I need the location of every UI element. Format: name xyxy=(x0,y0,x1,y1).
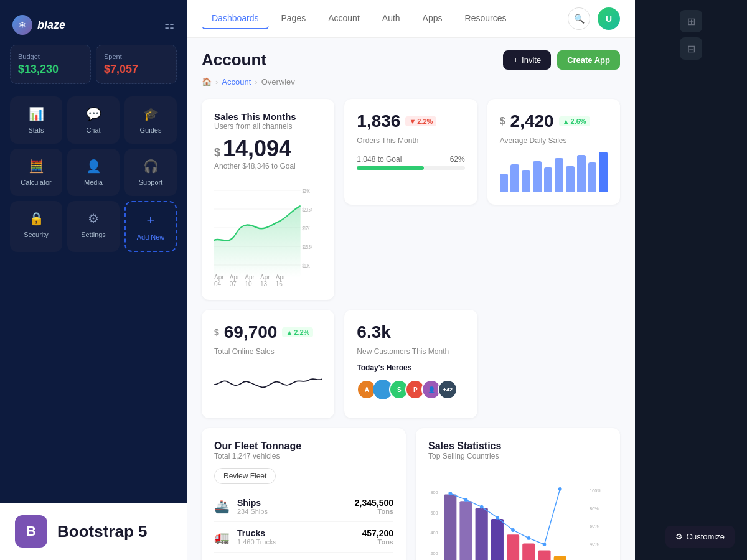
create-app-button[interactable]: Create App xyxy=(557,50,620,70)
fleet-subtitle: Total 1,247 vehicles xyxy=(214,452,393,460)
daily-sales-value: 2,420 xyxy=(510,111,554,131)
search-button[interactable]: 🔍 xyxy=(568,7,590,30)
budget-card: Budget $13,230 xyxy=(10,45,91,84)
nav-item-guides[interactable]: 🎓 Guides xyxy=(125,96,177,144)
bootstrap-badge: B Bootstrap 5 xyxy=(0,503,187,560)
customers-header: 6.3k xyxy=(357,322,464,342)
trucks-icon: 🚛 xyxy=(214,530,230,544)
nav-apps[interactable]: Apps xyxy=(413,8,453,29)
nav-item-chat[interactable]: 💬 Chat xyxy=(67,96,120,144)
svg-text:60%: 60% xyxy=(590,523,599,529)
orders-badge: ▼ 2.2% xyxy=(405,116,436,126)
nav-pages[interactable]: Pages xyxy=(271,8,316,29)
fleet-title: Our Fleet Tonnage xyxy=(214,441,393,452)
nav-label-chat: Chat xyxy=(86,126,100,134)
nav-auth[interactable]: Auth xyxy=(372,8,410,29)
sales-month-card: Sales This Months Users from all channel… xyxy=(202,99,334,300)
budget-label: Budget xyxy=(18,53,83,60)
right-icon-2[interactable]: ⊟ xyxy=(680,37,702,60)
main-content: Dashboards Pages Account Auth Apps Resou… xyxy=(187,0,635,560)
sales-stats-title: Sales Statistics xyxy=(428,441,608,452)
logo-text: blaze xyxy=(37,19,65,32)
fleet-planes: ✈ Planes 8 Aircrafts 1,240 Tons xyxy=(214,553,393,560)
budget-value: $13,230 xyxy=(18,63,83,76)
orders-header: 1,836 ▼ 2.2% xyxy=(357,111,464,131)
customize-button[interactable]: ⚙ Customize xyxy=(665,526,735,548)
sidebar: ❄ blaze ⚏ Budget $13,230 Spent $7,057 📊 … xyxy=(0,0,187,560)
progress-label: 1,048 to Goal 62% xyxy=(357,155,464,164)
page-title: Account xyxy=(202,50,266,70)
svg-text:$10K: $10K xyxy=(303,262,310,269)
svg-rect-15 xyxy=(459,501,472,560)
online-sales-header: $ 69,700 ▲ 2.2% xyxy=(214,322,322,342)
daily-sales-header: $ 2,420 ▲ 2.6% xyxy=(500,111,608,131)
bar-3 xyxy=(522,170,530,192)
sales-month-title: Sales This Months xyxy=(214,111,322,122)
svg-text:$24K: $24K xyxy=(303,187,310,194)
nav-item-calculator[interactable]: 🧮 Calculator xyxy=(10,149,62,196)
sidebar-header: ❄ blaze ⚏ xyxy=(10,10,177,45)
nav-dashboards[interactable]: Dashboards xyxy=(202,8,269,29)
nav-item-stats[interactable]: 📊 Stats xyxy=(10,96,62,144)
right-icon-1[interactable]: ⊞ xyxy=(680,10,702,32)
svg-text:$17K: $17K xyxy=(303,225,310,231)
online-sales-value: 69,700 xyxy=(224,322,278,342)
nav-item-security[interactable]: 🔒 Security xyxy=(10,201,62,252)
fleet-ships: 🚢 Ships 234 Ships 2,345,500 Tons xyxy=(214,492,393,522)
daily-sales-badge: ▲ 2.6% xyxy=(559,116,590,126)
orders-card: 1,836 ▼ 2.2% Orders This Month 1,048 to … xyxy=(344,99,477,205)
svg-text:$13.5K: $13.5K xyxy=(303,243,313,250)
svg-rect-21 xyxy=(554,556,566,560)
sales-chart-area: $24K $20.5K $17K $13.5K $10K Apr 04 Apr … xyxy=(214,178,322,287)
guides-icon: 🎓 xyxy=(143,106,159,121)
nav-item-support[interactable]: 🎧 Support xyxy=(125,149,177,196)
svg-text:200: 200 xyxy=(431,551,438,556)
svg-rect-20 xyxy=(538,550,550,560)
settings-icon: ⚙ xyxy=(88,211,99,226)
nav-label-calculator: Calculator xyxy=(21,179,52,186)
stats-icon: 📊 xyxy=(29,106,44,121)
user-avatar[interactable]: U xyxy=(598,7,620,30)
fleet-card: Our Fleet Tonnage Total 1,247 vehicles R… xyxy=(202,428,406,560)
bar-6 xyxy=(555,158,563,192)
right-panel: ⊞ ⊟ xyxy=(635,0,747,560)
sales-stats-subtitle: Top Selling Countries xyxy=(428,452,608,460)
add-icon: + xyxy=(147,212,155,228)
breadcrumb-account[interactable]: Account xyxy=(222,77,251,86)
nav-item-add-new[interactable]: + Add New xyxy=(125,201,177,252)
review-fleet-button[interactable]: Review Fleet xyxy=(214,468,276,484)
nav-account[interactable]: Account xyxy=(318,8,370,29)
customers-label: New Customers This Month xyxy=(357,347,464,356)
progress-section: 1,048 to Goal 62% xyxy=(357,155,464,170)
top-nav-right: 🔍 U xyxy=(568,7,620,30)
online-sales-card: $ 69,700 ▲ 2.2% Total Online Sales xyxy=(202,310,334,418)
plus-icon: + xyxy=(513,55,518,65)
orders-label: Orders This Month xyxy=(357,136,464,145)
bar-10 xyxy=(599,152,608,192)
sidebar-menu-icon[interactable]: ⚏ xyxy=(164,18,174,32)
media-icon: 👤 xyxy=(86,159,101,174)
nav-resources[interactable]: Resources xyxy=(455,8,517,29)
wavy-chart xyxy=(214,366,322,406)
breadcrumb: 🏠 › Account › Overwiev xyxy=(202,77,620,86)
nav-label-support: Support xyxy=(139,179,163,186)
heroes-avatars: A S P 👤 +42 xyxy=(357,380,464,399)
svg-text:$20.5K: $20.5K xyxy=(303,206,313,213)
nav-item-media[interactable]: 👤 Media xyxy=(67,149,120,196)
logo-icon: ❄ xyxy=(12,15,32,35)
page-actions: + Invite Create App xyxy=(503,50,620,70)
bootstrap-icon: B xyxy=(15,515,47,548)
customize-icon: ⚙ xyxy=(675,532,683,541)
bar-4 xyxy=(533,161,542,192)
stats-grid: 1,836 ▼ 2.2% Orders This Month 1,048 to … xyxy=(202,99,620,300)
nav-item-settings[interactable]: ⚙ Settings xyxy=(67,201,120,252)
bar-2 xyxy=(510,164,519,192)
sales-month-value: 14,094 xyxy=(223,136,291,162)
invite-button[interactable]: + Invite xyxy=(503,50,551,70)
breadcrumb-home[interactable]: 🏠 xyxy=(202,77,212,86)
security-icon: 🔒 xyxy=(29,211,44,226)
stats-row-2: $ 69,700 ▲ 2.2% Total Online Sales xyxy=(202,310,620,418)
nav-label-add-new: Add New xyxy=(137,233,165,241)
nav-label-security: Security xyxy=(24,231,49,238)
breadcrumb-current: Overwiev xyxy=(261,77,295,86)
